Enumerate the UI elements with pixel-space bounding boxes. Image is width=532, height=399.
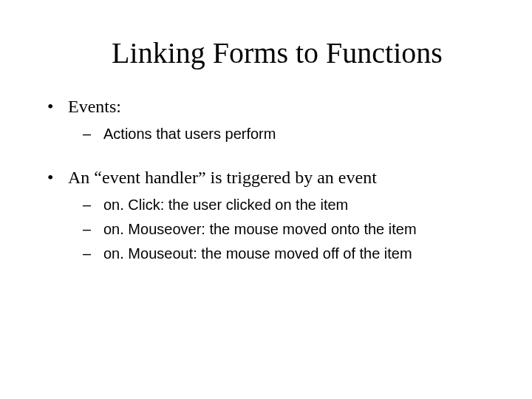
bullet-item: An “event handler” is triggered by an ev… — [35, 168, 497, 264]
slide-title: Linking Forms to Functions — [58, 35, 497, 70]
bullet-item: Events: Actions that users perform — [35, 97, 497, 144]
sub-bullet-item: on. Mouseover: the mouse moved onto the … — [68, 219, 497, 239]
bullet-list: Events: Actions that users perform — [35, 97, 497, 144]
sub-bullet-item: on. Click: the user clicked on the item — [68, 195, 497, 215]
sub-bullet-item: on. Mouseout: the mouse moved off of the… — [68, 244, 497, 264]
sub-bullet-list: on. Click: the user clicked on the item … — [68, 195, 497, 264]
sub-bullet-item: Actions that users perform — [68, 124, 497, 144]
bullet-text: An “event handler” is triggered by an ev… — [68, 168, 377, 187]
sub-bullet-list: Actions that users perform — [68, 124, 497, 144]
spacer — [35, 157, 497, 168]
bullet-list: An “event handler” is triggered by an ev… — [35, 168, 497, 264]
bullet-text: Events: — [68, 97, 121, 116]
